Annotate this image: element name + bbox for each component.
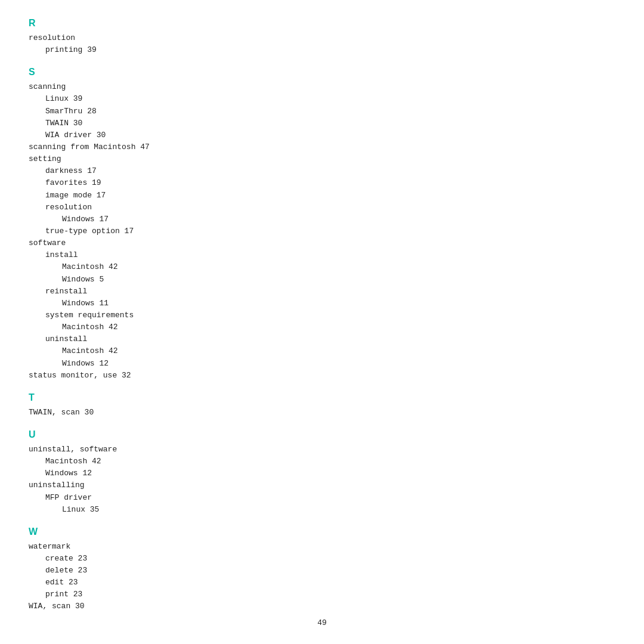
list-item: TWAIN, scan 30	[29, 407, 615, 419]
list-item: Windows 5	[29, 274, 615, 286]
list-item: image mode 17	[29, 190, 615, 202]
list-item: Windows 12	[29, 358, 615, 370]
list-item: Windows 17	[29, 213, 615, 225]
list-item: create 23	[29, 553, 615, 565]
list-item: scanning from Macintosh 47	[29, 141, 615, 153]
list-item: Macintosh 42	[29, 456, 615, 467]
list-item: software	[29, 237, 615, 249]
list-item: WIA, scan 30	[29, 600, 615, 612]
list-item: TWAIN 30	[29, 117, 615, 129]
list-item: SmarThru 28	[29, 106, 615, 117]
list-item: Windows 11	[29, 298, 615, 309]
list-item: Windows 12	[29, 467, 615, 479]
section-r-entries: resolution printing 39	[29, 32, 615, 56]
list-item: Linux 35	[29, 504, 615, 516]
section-u-entries: uninstall, software Macintosh 42 Windows…	[29, 444, 615, 516]
list-item: install	[29, 249, 615, 261]
list-item: delete 23	[29, 565, 615, 577]
section-t-entries: TWAIN, scan 30	[29, 407, 615, 419]
list-item: MFP driver	[29, 492, 615, 504]
list-item: printing 39	[29, 44, 615, 56]
section-letter-r: R	[29, 18, 615, 29]
list-item: setting	[29, 153, 615, 165]
list-item: Linux 39	[29, 93, 615, 105]
list-item: WIA driver 30	[29, 129, 615, 141]
list-item: resolution	[29, 202, 615, 213]
list-item: true-type option 17	[29, 225, 615, 237]
list-item: edit 23	[29, 577, 615, 589]
list-item: Macintosh 42	[29, 345, 615, 357]
section-letter-w: W	[29, 527, 615, 537]
list-item: Macintosh 42	[29, 321, 615, 333]
list-item: Macintosh 42	[29, 261, 615, 273]
page-number: 49	[317, 618, 327, 627]
list-item: print 23	[29, 589, 615, 600]
list-item: favorites 19	[29, 177, 615, 189]
list-item: darkness 17	[29, 165, 615, 177]
list-item: scanning	[29, 81, 615, 93]
section-letter-s: S	[29, 67, 615, 78]
list-item: uninstalling	[29, 479, 615, 491]
list-item: watermark	[29, 541, 615, 553]
list-item: system requirements	[29, 309, 615, 321]
list-item: reinstall	[29, 286, 615, 298]
section-letter-u: U	[29, 429, 615, 440]
list-item: uninstall	[29, 333, 615, 345]
list-item: status monitor, use 32	[29, 370, 615, 382]
section-s-entries: scanning Linux 39 SmarThru 28 TWAIN 30 W…	[29, 81, 615, 382]
section-letter-t: T	[29, 392, 615, 403]
list-item: resolution	[29, 32, 615, 44]
section-w-entries: watermark create 23 delete 23 edit 23 pr…	[29, 541, 615, 613]
list-item: uninstall, software	[29, 444, 615, 456]
index-page: R resolution printing 39 S scanning Linu…	[0, 0, 644, 644]
